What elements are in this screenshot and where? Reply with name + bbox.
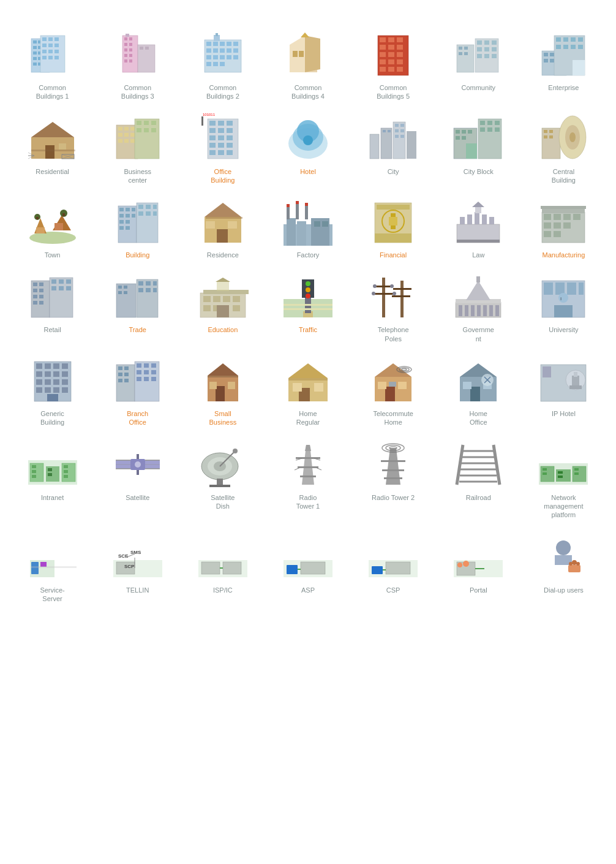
home-regular-label: Home Regular bbox=[296, 409, 320, 427]
svg-rect-43 bbox=[227, 42, 231, 46]
svg-rect-162 bbox=[370, 134, 379, 159]
svg-rect-91 bbox=[477, 47, 482, 51]
svg-rect-27 bbox=[124, 43, 127, 46]
svg-rect-305 bbox=[217, 305, 229, 317]
svg-rect-110 bbox=[578, 45, 583, 49]
svg-rect-329 bbox=[459, 305, 462, 316]
university: i University bbox=[522, 269, 605, 347]
svg-rect-284 bbox=[66, 286, 71, 290]
government-icon bbox=[451, 273, 506, 322]
svg-rect-192 bbox=[549, 135, 553, 138]
isp-ic-icon bbox=[195, 533, 250, 582]
svg-rect-73 bbox=[380, 52, 386, 57]
svg-rect-285 bbox=[116, 284, 136, 317]
svg-rect-387 bbox=[208, 376, 238, 377]
svg-rect-386 bbox=[209, 382, 217, 389]
ip-hotel-label: IP Hotel bbox=[552, 409, 576, 418]
central-building: Central Building bbox=[522, 111, 605, 189]
svg-rect-380 bbox=[144, 377, 149, 381]
community: Community bbox=[437, 27, 520, 105]
svg-text:i: i bbox=[560, 296, 562, 301]
svg-rect-127 bbox=[118, 133, 122, 137]
svg-rect-425 bbox=[64, 475, 68, 478]
business-center: Business center bbox=[96, 111, 179, 189]
svg-rect-375 bbox=[151, 363, 156, 368]
svg-rect-136 bbox=[151, 121, 156, 125]
svg-rect-355 bbox=[62, 371, 68, 377]
residential: Residential bbox=[11, 111, 94, 189]
svg-rect-330 bbox=[465, 305, 468, 316]
svg-rect-316 bbox=[284, 304, 332, 306]
law-label: Law bbox=[472, 251, 484, 259]
common-buildings-2: Common Buildings 2 bbox=[181, 27, 264, 105]
svg-rect-83 bbox=[459, 47, 462, 50]
residence: Residence bbox=[181, 194, 264, 263]
svg-marker-113 bbox=[31, 122, 74, 137]
svg-point-508 bbox=[463, 561, 469, 567]
svg-rect-366 bbox=[118, 366, 122, 370]
common-buildings-3-icon bbox=[110, 31, 165, 80]
svg-rect-204 bbox=[62, 213, 65, 216]
svg-rect-99 bbox=[550, 53, 554, 56]
svg-rect-50 bbox=[206, 55, 211, 59]
svg-rect-230 bbox=[287, 218, 296, 246]
svg-point-515 bbox=[576, 562, 580, 566]
svg-rect-23 bbox=[54, 56, 59, 59]
factory-label: Factory bbox=[297, 251, 320, 259]
icon-grid: Common Buildings 1 Common Buildings 3 bbox=[6, 27, 610, 607]
svg-rect-38 bbox=[145, 47, 149, 50]
svg-rect-267 bbox=[542, 209, 585, 213]
svg-rect-124 bbox=[118, 127, 122, 131]
ip-hotel-icon bbox=[536, 357, 591, 406]
svg-rect-351 bbox=[62, 363, 68, 369]
svg-rect-399 bbox=[389, 382, 396, 387]
svg-rect-215 bbox=[126, 226, 130, 230]
svg-rect-170 bbox=[400, 129, 404, 132]
asp-label: ASP bbox=[301, 586, 315, 594]
svg-rect-218 bbox=[146, 205, 151, 209]
office-building-icon: 101011 bbox=[195, 115, 250, 164]
svg-rect-235 bbox=[287, 204, 290, 207]
svg-rect-356 bbox=[36, 379, 42, 385]
railroad-icon bbox=[451, 441, 506, 490]
svg-rect-498 bbox=[287, 565, 298, 574]
svg-rect-41 bbox=[213, 42, 218, 46]
svg-rect-300 bbox=[223, 296, 230, 302]
svg-rect-477 bbox=[574, 468, 579, 471]
svg-rect-323 bbox=[392, 295, 410, 297]
svg-rect-164 bbox=[383, 130, 386, 132]
svg-rect-191 bbox=[544, 135, 547, 138]
svg-marker-308 bbox=[216, 278, 230, 282]
generic-building: Generic Building bbox=[11, 353, 94, 431]
common-buildings-2-label: Common Buildings 2 bbox=[206, 83, 239, 101]
svg-rect-503 bbox=[386, 562, 410, 574]
svg-rect-150 bbox=[209, 143, 216, 148]
svg-rect-89 bbox=[484, 40, 489, 45]
svg-rect-245 bbox=[391, 213, 396, 217]
svg-rect-271 bbox=[39, 282, 43, 286]
svg-rect-293 bbox=[153, 281, 157, 286]
svg-rect-85 bbox=[459, 52, 462, 55]
svg-rect-26 bbox=[129, 37, 132, 40]
hotel-icon bbox=[280, 115, 336, 164]
law: Law bbox=[437, 194, 520, 263]
building: Building bbox=[96, 194, 179, 263]
home-regular: Home Regular bbox=[266, 353, 349, 431]
business-center-label: Business center bbox=[124, 167, 151, 185]
svg-rect-210 bbox=[126, 214, 130, 218]
svg-rect-213 bbox=[126, 220, 130, 224]
retail-icon bbox=[25, 273, 80, 322]
network-mgmt-icon bbox=[536, 441, 591, 490]
svg-marker-337 bbox=[466, 281, 490, 300]
factory-icon bbox=[280, 198, 336, 247]
svg-rect-185 bbox=[487, 127, 492, 132]
svg-rect-275 bbox=[39, 295, 43, 298]
svg-marker-223 bbox=[205, 203, 241, 217]
service-server-label: Service- Server bbox=[40, 586, 64, 604]
svg-rect-101 bbox=[550, 59, 554, 63]
retail-label: Retail bbox=[44, 325, 61, 334]
svg-rect-407 bbox=[463, 382, 471, 389]
svg-rect-378 bbox=[151, 370, 156, 374]
svg-rect-212 bbox=[119, 220, 124, 224]
svg-rect-289 bbox=[124, 291, 127, 294]
